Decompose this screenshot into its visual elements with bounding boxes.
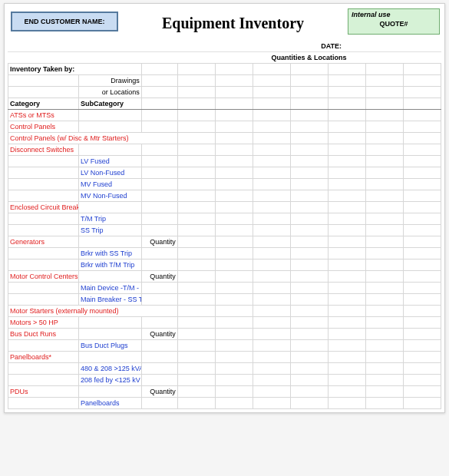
location-cell[interactable] (253, 352, 290, 363)
subcategory-cell[interactable]: Brkr with SS Trip (78, 248, 141, 259)
table-row[interactable]: Motor Starters (externally mounted) (8, 306, 441, 317)
table-row[interactable]: Control Panels (8, 121, 441, 133)
table-row[interactable]: LV Fused (8, 156, 441, 167)
subcategory-cell[interactable] (78, 144, 141, 156)
subcategory-cell[interactable] (78, 202, 141, 213)
location-cell[interactable] (403, 190, 441, 202)
category-cell[interactable] (8, 213, 79, 225)
location-cell[interactable] (328, 283, 365, 294)
location-cell[interactable] (290, 156, 328, 167)
location-cell[interactable] (253, 236, 290, 248)
location-cell[interactable] (403, 386, 441, 398)
location-cell[interactable] (290, 271, 328, 283)
location-cell[interactable] (215, 110, 253, 121)
location-cell[interactable] (253, 144, 290, 156)
location-cell[interactable] (253, 294, 290, 306)
location-cell[interactable] (365, 225, 403, 236)
quantity-cell[interactable] (141, 144, 177, 156)
location-cell[interactable] (403, 294, 441, 306)
category-cell[interactable]: Motors > 50 HP (8, 317, 79, 329)
location-cell[interactable] (177, 190, 215, 202)
location-cell[interactable] (365, 317, 403, 329)
location-cell[interactable] (403, 306, 441, 317)
quantity-cell[interactable]: Quantity (141, 329, 177, 340)
quantity-cell[interactable] (141, 110, 177, 121)
location-cell[interactable] (328, 375, 365, 386)
location-cell[interactable] (365, 190, 403, 202)
location-cell[interactable] (215, 375, 253, 386)
table-row[interactable]: SS Trip (8, 225, 441, 236)
table-row[interactable]: MV Fused (8, 179, 441, 190)
location-cell[interactable] (365, 121, 403, 133)
quantity-cell[interactable]: Quantity (141, 271, 177, 283)
quantity-cell[interactable] (141, 294, 177, 306)
quantity-cell[interactable] (141, 202, 177, 213)
table-row[interactable]: LV Non-Fused (8, 167, 441, 179)
category-cell[interactable] (8, 156, 79, 167)
location-cell[interactable] (177, 133, 215, 144)
location-cell[interactable] (328, 156, 365, 167)
location-cell[interactable] (253, 190, 290, 202)
location-cell[interactable] (290, 248, 328, 259)
location-cell[interactable] (328, 213, 365, 225)
location-cell[interactable] (328, 398, 365, 409)
location-cell[interactable] (253, 398, 290, 409)
table-row[interactable]: ATSs or MTSs (8, 110, 441, 121)
location-cell[interactable] (177, 248, 215, 259)
subcategory-cell[interactable]: LV Non-Fused (78, 167, 141, 179)
location-cell[interactable] (328, 306, 365, 317)
table-row[interactable]: MV Non-Fused (8, 190, 441, 202)
table-row[interactable]: Motors > 50 HP (8, 317, 441, 329)
location-cell[interactable] (290, 144, 328, 156)
location-cell[interactable] (253, 156, 290, 167)
location-cell[interactable] (253, 386, 290, 398)
location-cell[interactable] (290, 225, 328, 236)
location-cell[interactable] (290, 133, 328, 144)
location-cell[interactable] (403, 144, 441, 156)
category-cell[interactable]: Panelboards* (8, 352, 79, 363)
location-cell[interactable] (253, 271, 290, 283)
location-cell[interactable] (177, 225, 215, 236)
location-cell[interactable] (253, 375, 290, 386)
location-cell[interactable] (403, 340, 441, 352)
location-cell[interactable] (215, 248, 253, 259)
category-cell[interactable] (8, 225, 79, 236)
location-cell[interactable] (177, 375, 215, 386)
location-cell[interactable] (403, 121, 441, 133)
subcategory-cell[interactable]: MV Non-Fused (78, 190, 141, 202)
location-cell[interactable] (177, 179, 215, 190)
table-row[interactable]: 208 fed by <125 kV (8, 375, 441, 386)
location-cell[interactable] (290, 179, 328, 190)
category-cell[interactable]: ATSs or MTSs (8, 110, 79, 121)
location-cell[interactable] (177, 386, 215, 398)
location-cell[interactable] (253, 167, 290, 179)
location-cell[interactable] (177, 144, 215, 156)
location-cell[interactable] (403, 398, 441, 409)
inventory-table[interactable]: Inventory Taken by: Drawings or Location… (8, 63, 441, 409)
subcategory-cell[interactable]: Panelboards (78, 398, 141, 409)
location-cell[interactable] (290, 110, 328, 121)
quantity-cell[interactable] (141, 190, 177, 202)
table-row[interactable]: Main Device -T/M - Fuses (8, 283, 441, 294)
subcategory-cell[interactable] (78, 121, 141, 133)
location-cell[interactable] (177, 329, 215, 340)
location-cell[interactable] (290, 259, 328, 271)
location-cell[interactable] (177, 121, 215, 133)
location-cell[interactable] (328, 271, 365, 283)
location-cell[interactable] (290, 329, 328, 340)
location-cell[interactable] (253, 259, 290, 271)
subcategory-cell[interactable]: 480 & 208 >125 kVA (78, 363, 141, 375)
table-row[interactable]: T/M Trip (8, 213, 441, 225)
location-cell[interactable] (403, 179, 441, 190)
location-cell[interactable] (215, 306, 253, 317)
category-cell[interactable] (8, 283, 79, 294)
location-cell[interactable] (290, 190, 328, 202)
subcategory-cell[interactable]: LV Fused (78, 156, 141, 167)
location-cell[interactable] (215, 179, 253, 190)
category-cell[interactable] (8, 179, 79, 190)
location-cell[interactable] (177, 306, 215, 317)
location-cell[interactable] (403, 213, 441, 225)
location-cell[interactable] (177, 317, 215, 329)
location-cell[interactable] (365, 352, 403, 363)
location-cell[interactable] (365, 236, 403, 248)
